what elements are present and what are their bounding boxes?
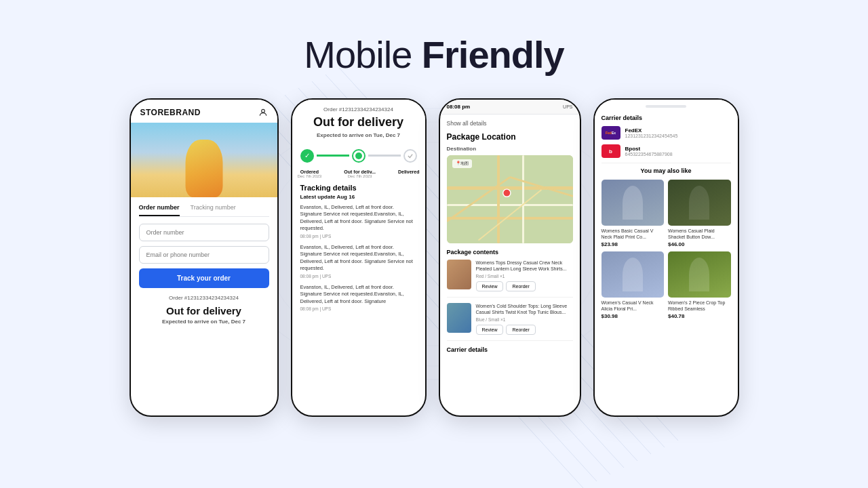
bpost-info: Bpost 645322354675887908 [625,146,673,157]
progress-line-2 [368,155,401,157]
item-1-variant: Red / Small ×1 [476,274,573,279]
product-1-price: $23.98 [601,241,665,247]
step-delivered-label: Delivered [398,169,420,178]
phone-4: Carrier details FedEx FedEX 123123123123… [593,98,739,417]
pkg-location-title: Package Location [447,132,573,142]
product-1-name: Womens Basic Casual V Neck Plaid Print C… [601,228,665,240]
phones-container: STOREBRAND Order number Tracking number … [130,98,739,417]
item-2-image [447,303,471,333]
product-2: Womens Casual Plaid Shacket Button Dow..… [668,180,731,247]
latest-update: Latest update Aug 16 [300,194,417,200]
package-contents-title: Package contents [447,249,573,256]
contact-input[interactable] [139,246,269,264]
product-3: Women's Casual V Neck Alicia Floral Pri.… [601,251,665,319]
fedex-name: FedEX [625,127,678,134]
p3-time: 08:08 pm [447,104,471,110]
progress-labels: Ordered Dec 7th 2023 Out for deliv... De… [292,169,425,184]
item-2-info: Women's Cold Shoulder Tops: Long Sleeve … [476,303,573,335]
delivery-status: Out for delivery [139,305,269,317]
product-2-image [668,180,731,226]
page-headline: Mobile Friendly [304,33,564,77]
svg-point-11 [261,109,264,113]
bpost-logo: b [601,144,620,158]
product-4-price: $40.78 [668,313,731,319]
phone-1: STOREBRAND Order number Tracking number … [130,98,279,417]
p3-topbar: 08:08 pm UPS [440,100,580,115]
tracking-title: Tracking details [300,184,417,192]
tab-tracking-number[interactable]: Tracking number [191,204,236,216]
svg-line-12 [447,177,510,221]
item-2-variant: Blue / Small ×1 [476,317,573,322]
svg-line-14 [478,190,541,240]
progress-tracker: ✓ [292,142,425,169]
divider [601,163,731,163]
p1-header: STOREBRAND [131,100,277,123]
headline-part1: Mobile [304,33,422,76]
item-1-actions: Review Reorder [476,281,573,291]
carrier-details-title: Carrier details [601,115,731,121]
hero-image [131,123,277,197]
progress-line-1 [317,155,349,157]
store-brand-label: STOREBRAND [140,108,201,117]
item-2-name: Women's Cold Shoulder Tops: Long Sleeve … [476,303,573,315]
order-number-display: Order #12312334234234324 [139,295,269,301]
tracking-entry-1: Evanston, IL, Delivered, Left at front d… [300,204,417,239]
track-order-button[interactable]: Track your order [139,268,269,288]
product-2-name: Womens Casual Plaid Shacket Button Dow..… [668,228,731,240]
item-1-image [447,260,471,289]
package-item-1: Womens Tops Dressy Casual Crew Neck Plea… [447,260,573,298]
phone-3: 08:08 pm UPS Show all details Package Lo… [439,98,581,417]
product-4-name: Women's 2 Piece Crop Top Ribbed Seamless [668,300,731,312]
p4-top: Carrier details FedEx FedEX 123123123123… [595,100,738,325]
carrier-fedex: FedEx FedEX 12312312312342454545 [601,126,731,140]
carrier-bpost: b Bpost 645322354675887908 [601,144,731,158]
product-4: Women's 2 Piece Crop Top Ribbed Seamless… [668,251,731,319]
order-number-input[interactable] [139,224,269,241]
bpost-name: Bpost [625,146,673,152]
p2-top: Order #12312334234234324 Out for deliver… [292,100,425,142]
p3-body: Show all details Package Location Destin… [440,115,580,410]
headline-part2: Friendly [422,33,564,76]
svg-line-13 [510,177,573,196]
product-1: Womens Basic Casual V Neck Plaid Print C… [601,180,665,247]
item-2-reorder-btn[interactable]: Reorder [506,325,535,335]
recommend-title: You may also like [601,167,731,174]
eta-text: Expected to arrive on Tue, Dec 7 [139,319,269,325]
p2-eta: Expected to arrive on Tue, Dec 7 [300,132,417,138]
user-icon [258,108,268,117]
step-ordered-label: Ordered Dec 7th 2023 [298,169,322,178]
item-1-info: Womens Tops Dressy Casual Crew Neck Plea… [476,260,573,291]
fedex-logo: FedEx [601,126,620,140]
p3-carrier: UPS [563,104,572,109]
product-1-image [601,180,665,226]
phone-2: Order #12312334234234324 Out for deliver… [291,98,427,417]
product-2-price: $46.00 [668,241,731,247]
step-delivery-dot [352,149,366,163]
product-3-name: Women's Casual V Neck Alicia Floral Pri.… [601,300,665,312]
product-3-price: $30.98 [601,313,665,319]
item-1-review-btn[interactable]: Review [476,281,504,291]
product-grid: Womens Basic Casual V Neck Plaid Print C… [601,180,731,319]
package-item-2: Women's Cold Shoulder Tops: Long Sleeve … [447,303,573,341]
tracking-entry-2: Evanston, IL, Delivered, Left at front d… [300,244,417,279]
item-2-review-btn[interactable]: Review [476,325,504,335]
item-1-reorder-btn[interactable]: Reorder [506,281,535,291]
tab-order-number[interactable]: Order number [139,204,180,216]
map-view: 📍地图 [447,155,573,243]
carrier-details-label: Carrier details [447,346,573,353]
fedex-tracking: 12312312312342454545 [625,134,678,138]
step-ordered-dot: ✓ [300,149,314,163]
product-4-image [668,251,731,298]
tracking-tabs: Order number Tracking number [139,204,269,217]
item-2-actions: Review Reorder [476,325,573,335]
order-label: Order #12312334234234324 [300,106,417,113]
fedex-info: FedEX 12312312312342454545 [625,127,678,138]
p2-delivery-status: Out for delivery [300,115,417,130]
product-3-image [601,251,665,298]
tracking-entry-3: Evanston, IL, Delivered, Left at front d… [300,284,417,312]
p1-body: Order number Tracking number Track your … [131,197,277,331]
step-delivered-dot [403,149,417,163]
tracking-details: Tracking details Latest update Aug 16 Ev… [292,184,425,312]
show-all-details[interactable]: Show all details [447,120,573,127]
bpost-tracking: 645322354675887908 [625,152,673,157]
